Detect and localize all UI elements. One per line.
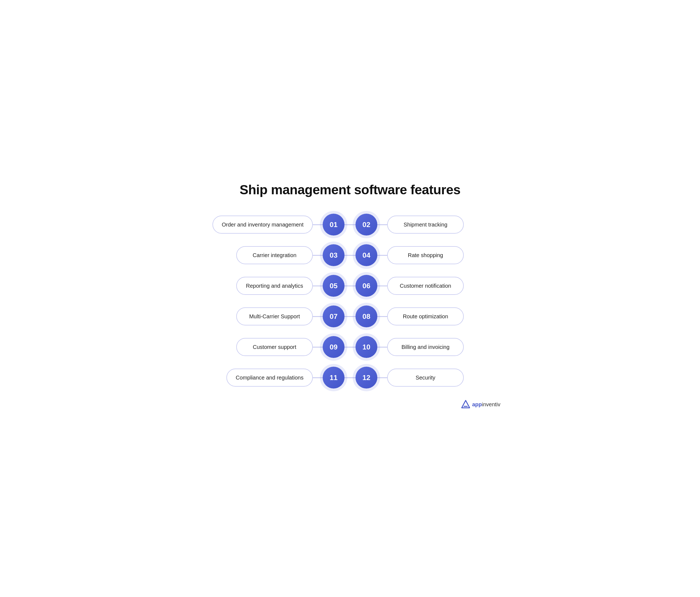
feature-pill-right-6: Security xyxy=(387,369,464,387)
left-side-4: Multi-Carrier Support 07 xyxy=(200,306,345,327)
circle-left-2: 03 xyxy=(323,244,345,266)
center-connector-1 xyxy=(345,224,355,225)
feature-row-4: Multi-Carrier Support 07 08 Route optimi… xyxy=(200,306,500,327)
circle-left-3: 05 xyxy=(323,275,345,297)
right-connector-1 xyxy=(377,224,387,225)
center-connector-5 xyxy=(345,347,355,347)
circle-right-6: 12 xyxy=(355,367,377,389)
left-connector-2 xyxy=(313,255,323,256)
circle-left-5: 09 xyxy=(323,336,345,358)
feature-pill-left-3: Reporting and analytics xyxy=(236,277,313,295)
page-title: Ship management software features xyxy=(240,182,460,197)
left-connector-4 xyxy=(313,316,323,317)
right-side-3: 06 Customer notification xyxy=(355,275,500,297)
circle-left-6: 11 xyxy=(323,367,345,389)
feature-pill-right-2: Rate shopping xyxy=(387,246,464,264)
circle-right-4: 08 xyxy=(355,306,377,327)
feature-pill-left-5: Customer support xyxy=(236,338,313,356)
left-side-6: Compliance and regulations 11 xyxy=(200,367,345,389)
right-side-1: 02 Shipment tracking xyxy=(355,214,500,235)
right-side-5: 10 Billing and invoicing xyxy=(355,336,500,358)
circle-right-5: 10 xyxy=(355,336,377,358)
center-connector-2 xyxy=(345,255,355,256)
right-side-2: 04 Rate shopping xyxy=(355,244,500,266)
feature-pill-left-6: Compliance and regulations xyxy=(226,369,313,387)
center-connector-3 xyxy=(345,286,355,286)
left-side-5: Customer support 09 xyxy=(200,336,345,358)
logo-text: appinventiv xyxy=(472,401,500,408)
feature-row-1: Order and inventory management 01 02 Shi… xyxy=(200,214,500,235)
center-connector-6 xyxy=(345,377,355,378)
circle-right-2: 04 xyxy=(355,244,377,266)
circle-left-1: 01 xyxy=(323,214,345,235)
left-connector-3 xyxy=(313,286,323,286)
right-connector-2 xyxy=(377,255,387,256)
left-side-2: Carrier integration 03 xyxy=(200,244,345,266)
circle-right-1: 02 xyxy=(355,214,377,235)
left-side-1: Order and inventory management 01 xyxy=(200,214,345,235)
logo-area: appinventiv xyxy=(200,399,500,409)
right-connector-5 xyxy=(377,347,387,347)
circle-right-3: 06 xyxy=(355,275,377,297)
feature-pill-right-3: Customer notification xyxy=(387,277,464,295)
feature-row-2: Carrier integration 03 04 Rate shopping xyxy=(200,244,500,266)
feature-row-6: Compliance and regulations 11 12 Securit… xyxy=(200,367,500,389)
feature-pill-right-1: Shipment tracking xyxy=(387,215,464,234)
circle-left-4: 07 xyxy=(323,306,345,327)
right-connector-3 xyxy=(377,286,387,286)
left-connector-1 xyxy=(313,224,323,225)
feature-pill-left-2: Carrier integration xyxy=(236,246,313,264)
feature-row-5: Customer support 09 10 Billing and invoi… xyxy=(200,336,500,358)
feature-pill-left-4: Multi-Carrier Support xyxy=(236,307,313,326)
center-connector-4 xyxy=(345,316,355,317)
left-connector-5 xyxy=(313,347,323,347)
right-side-4: 08 Route optimization xyxy=(355,306,500,327)
right-connector-4 xyxy=(377,316,387,317)
feature-pill-left-1: Order and inventory management xyxy=(212,215,313,234)
left-connector-6 xyxy=(313,377,323,378)
feature-pill-right-5: Billing and invoicing xyxy=(387,338,464,356)
logo-icon xyxy=(461,399,471,409)
feature-pill-right-4: Route optimization xyxy=(387,307,464,326)
right-side-6: 12 Security xyxy=(355,367,500,389)
right-connector-6 xyxy=(377,377,387,378)
feature-row-3: Reporting and analytics 05 06 Customer n… xyxy=(200,275,500,297)
left-side-3: Reporting and analytics 05 xyxy=(200,275,345,297)
